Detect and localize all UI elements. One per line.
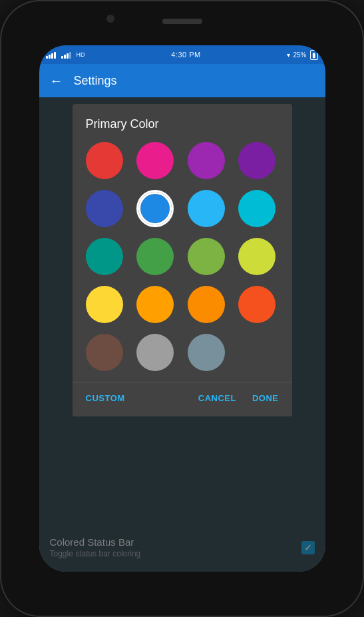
dialog-actions-right: CANCEL DONE bbox=[196, 388, 281, 408]
color-circle-yellow-green[interactable] bbox=[238, 238, 275, 275]
color-circle-purple-mid[interactable] bbox=[188, 142, 225, 179]
dialog-backdrop: Primary Color CUSTOM CANCEL DONE bbox=[39, 97, 325, 572]
color-circle-light-green[interactable] bbox=[188, 238, 225, 275]
phone-camera bbox=[106, 15, 114, 23]
status-right: ▾ 25% ▮ bbox=[287, 50, 318, 60]
status-left: HD bbox=[46, 51, 85, 59]
color-circle-brown[interactable] bbox=[86, 334, 123, 371]
color-circle-teal[interactable] bbox=[86, 238, 123, 275]
app-bar: ← Settings bbox=[39, 64, 325, 97]
status-bar: HD 4:30 PM ▾ 25% ▮ bbox=[39, 45, 325, 64]
back-button[interactable]: ← bbox=[50, 73, 63, 89]
battery-icon: ▮ bbox=[310, 50, 318, 60]
color-circle-grey-light[interactable] bbox=[136, 334, 174, 371]
main-content: Colored Status Bar Toggle status bar col… bbox=[39, 97, 325, 572]
dialog-title: Primary Color bbox=[73, 104, 292, 142]
color-circle-green[interactable] bbox=[136, 238, 174, 275]
wifi-icon: ▾ bbox=[287, 51, 290, 59]
phone-speaker bbox=[162, 19, 202, 24]
battery-label: 25% bbox=[293, 51, 306, 59]
signal-icon bbox=[46, 51, 56, 59]
color-circle-pink[interactable] bbox=[136, 142, 174, 179]
phone-frame: HD 4:30 PM ▾ 25% ▮ ← Settings Colored St… bbox=[0, 0, 364, 617]
color-circle-blue[interactable] bbox=[188, 190, 225, 227]
color-circle-amber[interactable] bbox=[136, 286, 174, 323]
color-circle-orange[interactable] bbox=[188, 286, 225, 323]
app-bar-title: Settings bbox=[74, 74, 117, 88]
network-label: HD bbox=[77, 51, 85, 58]
color-circle-red[interactable] bbox=[86, 142, 123, 179]
done-button[interactable]: DONE bbox=[250, 388, 281, 408]
custom-button[interactable]: CUSTOM bbox=[83, 388, 128, 408]
color-circle-purple-dark[interactable] bbox=[238, 142, 275, 179]
color-circle-blue-light[interactable] bbox=[136, 190, 174, 227]
color-circle-grey-blue[interactable] bbox=[188, 334, 225, 371]
color-grid bbox=[73, 142, 292, 382]
color-circle-deep-orange[interactable] bbox=[238, 286, 275, 323]
dialog-actions: CUSTOM CANCEL DONE bbox=[73, 382, 292, 416]
status-time: 4:30 PM bbox=[171, 51, 200, 59]
color-picker-dialog: Primary Color CUSTOM CANCEL DONE bbox=[73, 104, 292, 416]
phone-screen: HD 4:30 PM ▾ 25% ▮ ← Settings Colored St… bbox=[39, 45, 325, 572]
color-circle-yellow[interactable] bbox=[86, 286, 123, 323]
cancel-button[interactable]: CANCEL bbox=[196, 388, 239, 408]
color-circle-cyan[interactable] bbox=[238, 190, 275, 227]
color-circle-indigo[interactable] bbox=[86, 190, 123, 227]
signal-icon-2 bbox=[61, 51, 71, 59]
